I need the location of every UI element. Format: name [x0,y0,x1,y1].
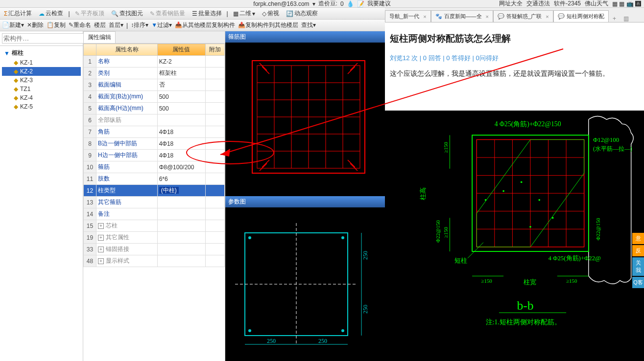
tab-qa[interactable]: 💬答疑解惑_广联× [493,10,553,22]
svg-point-26 [341,329,344,332]
tree-item[interactable]: ◆KZ-3 [2,76,81,85]
param-svg: 250 250 250 250 [225,207,385,361]
btn-find[interactable]: 🔍查找图元 [109,9,145,18]
btn-new[interactable]: 📄新建▾ [2,21,24,29]
tab-property-edit[interactable]: 属性编辑 [83,31,116,43]
svg-line-16 [262,67,269,74]
btn-delete[interactable]: ✕删除 [27,21,44,29]
svg-line-17 [348,67,355,74]
feedback-widgets[interactable]: 意 反 关我 Q客 [632,233,644,289]
param-diagram-title: 参数图 [225,196,385,207]
property-row[interactable]: 6全部纵筋 [84,114,225,126]
tab-nav[interactable]: 导航_新一代× [385,10,431,22]
tree: ▼框柱 ◆KZ-1 ◆KZ-2 ◆KZ-3 ◆TZ1 ◆KZ-4 ◆KZ-5 [0,46,83,113]
property-row[interactable]: 8B边一侧中部筋4Φ18 [84,138,225,150]
close-icon[interactable]: × [546,14,549,20]
tree-item[interactable]: ◆KZ-5 [2,102,81,111]
btn-cloud[interactable]: ☁云检查 [37,9,65,18]
btn-rebar[interactable]: ✎查看钢筋量 [148,9,187,18]
property-row[interactable]: 14备注 [84,208,225,220]
property-row[interactable]: 5截面高(H边)(mm)500 [84,103,225,114]
property-row[interactable]: 33+锚固搭接 [84,244,225,255]
browser-tab-strip: 导航_新一代× 🐾百度新闻——全× 💬答疑解惑_广联× 💬短柱两侧对称配 + ▥ [385,8,644,23]
close-icon[interactable]: × [423,14,426,20]
btn-rename[interactable]: ✎重命名 [69,21,91,29]
link-weather[interactable]: 佛山天气 [585,0,608,8]
tab-list[interactable]: ▥ [620,15,632,22]
dd-floor[interactable]: 首层▾ [109,21,123,29]
col-name: 属性名称 [96,44,158,56]
svg-point-48 [485,199,487,201]
svg-point-24 [341,236,344,239]
svg-line-66 [468,243,483,258]
btn-orbit[interactable]: 🔄动态观察 [284,9,320,18]
tab-add[interactable]: + [609,15,620,22]
beans-value: 0 [340,0,344,7]
svg-text:注:1.短柱两侧对称配筋。: 注:1.短柱两侧对称配筋。 [486,318,561,326]
btn-batch[interactable]: ☰批量选择 [190,9,224,18]
btn-align[interactable]: ✎平齐板顶 [73,9,106,18]
tree-item[interactable]: ◆TZ1 [2,85,81,93]
tree-item-selected[interactable]: ◆KZ-2 [2,67,81,76]
property-row[interactable]: 4截面宽(B边)(mm)500 [84,91,225,103]
property-panel: 属性编辑 属性名称 属性值 附加 1名称KZ-22类别框架柱3截面编辑否4截面宽… [83,31,225,361]
property-row[interactable]: 48+显示样式 [84,255,225,267]
svg-text:Φ12@100: Φ12@100 [593,136,619,143]
btn-copy-to[interactable]: 📤复制构件到其他楼层 [238,21,298,29]
search-input[interactable] [2,33,88,44]
property-row[interactable]: 3截面编辑否 [84,79,225,91]
close-icon[interactable]: × [486,14,489,20]
property-row[interactable]: 19+其它属性 [84,232,225,244]
btn-copy[interactable]: 📋复制 [47,21,66,29]
property-row[interactable]: 7角筋4Φ18 [84,126,225,138]
property-row[interactable]: 10箍筋Φ8@100/200 [84,161,225,173]
btn-sum[interactable]: Σ汇总计算 [2,9,34,18]
property-row[interactable]: 9H边一侧中部筋4Φ18 [84,150,225,161]
svg-line-14 [260,163,267,171]
svg-text:Φ22@150: Φ22@150 [435,220,441,243]
svg-text:≥150: ≥150 [481,278,492,284]
svg-text:Φ22@150: Φ22@150 [595,218,601,240]
btn-filter[interactable]: ▼过滤▾ [151,21,172,29]
link-traffic[interactable]: 交通违法 [526,0,550,8]
col-extra: 附加 [206,44,225,56]
suggest-link[interactable]: 我要建议 [367,0,391,8]
question-title: 短柱两侧对称配筋该怎么理解 [390,32,639,45]
tree-item[interactable]: ◆KZ-4 [2,93,81,102]
svg-text:≥150: ≥150 [443,142,449,153]
svg-text:250: 250 [267,338,276,344]
column-section-drawing: 4 Φ25(角筋)+Φ22@150 Φ12@100 (水平筋—拉—) 4 Φ25… [385,111,644,361]
svg-text:b-b: b-b [517,298,534,313]
component-tree-panel: 🔍 ▼框柱 ◆KZ-1 ◆KZ-2 ◆KZ-3 ◆TZ1 ◆KZ-4 ◆KZ-5 [0,31,83,361]
svg-line-12 [260,63,267,70]
toolbar-icons[interactable]: ▦ ▦ 📺 🅰 [612,0,641,7]
svg-line-19 [348,160,355,167]
btn-floor[interactable]: 楼层 [94,21,106,29]
svg-text:(水平筋—拉—): (水平筋—拉—) [593,145,632,152]
tab-baidu[interactable]: 🐾百度新闻——全× [431,10,493,22]
btn-2d[interactable]: ▦二维▾ [231,9,257,18]
btn-search[interactable]: 查找▾ [301,21,316,29]
link-software[interactable]: 软件-2345 [554,0,581,8]
property-row[interactable]: 11肢数6*6 [84,173,225,185]
btn-top-view[interactable]: ◇俯视 [260,9,281,18]
btn-copy-from[interactable]: 📥从其他楼层复制构件 [175,21,235,29]
svg-point-51 [538,199,540,201]
svg-point-49 [502,190,504,192]
property-row[interactable]: 1名称KZ-2 [84,56,225,68]
user-email[interactable]: forpk.chen@163.com [253,0,309,7]
property-row[interactable]: 2类别框架柱 [84,68,225,79]
link-sites[interactable]: 网址大全 [499,0,523,8]
tree-root[interactable]: ▼框柱 [2,48,81,58]
question-meta: 刘览12 次 | 0 回答 | 0 答得好 | 0问得好 [390,54,639,63]
cad-preview: 箍筋图 参数图 [225,31,385,361]
property-row[interactable]: 15+芯柱 [84,220,225,232]
svg-text:短柱: 短柱 [454,257,467,264]
btn-sort[interactable]: ↕排序▾ [131,21,148,29]
property-row[interactable]: 13其它箍筋 [84,197,225,208]
svg-text:柱宽: 柱宽 [524,278,536,286]
tree-item[interactable]: ◆KZ-1 [2,58,81,67]
tab-current[interactable]: 💬短柱两侧对称配 [553,10,609,22]
stirrup-diagram-title: 箍筋图 [225,31,385,43]
property-row[interactable]: 12柱类型(中柱) [84,185,225,197]
